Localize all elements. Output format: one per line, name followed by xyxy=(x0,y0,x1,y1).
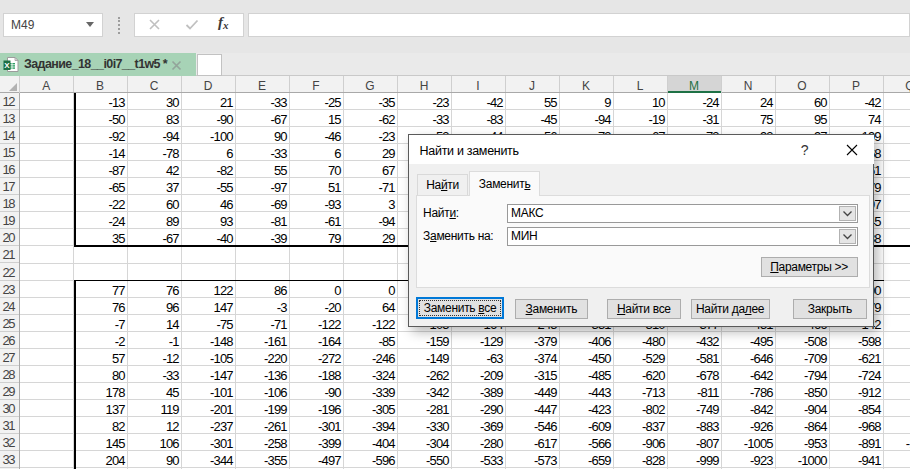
svg-text:X: X xyxy=(4,61,10,70)
